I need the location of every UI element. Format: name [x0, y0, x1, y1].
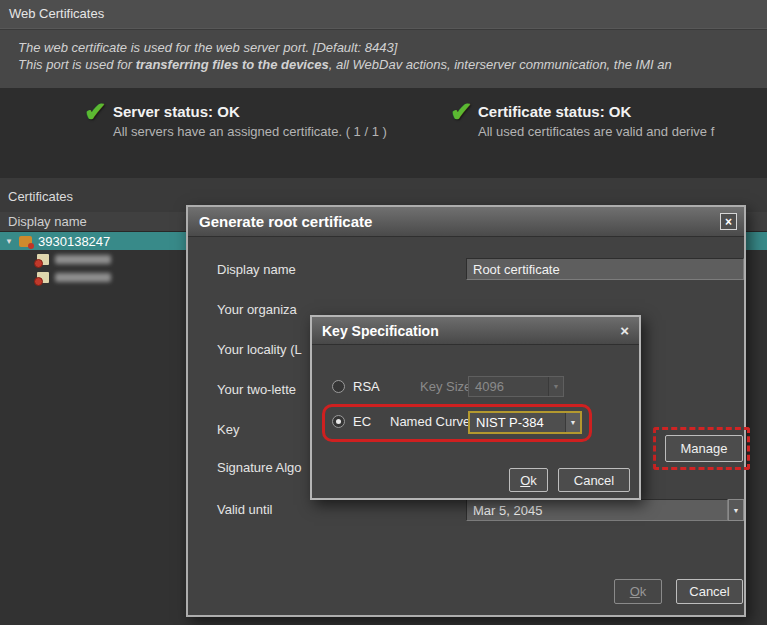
info-line-2: This port is used for transferring files…	[18, 56, 767, 73]
manage-button[interactable]: Manage	[665, 435, 743, 462]
certificate-folder-icon	[19, 236, 32, 247]
server-status-subtitle: All servers have an assigned certificate…	[113, 124, 387, 139]
key-dialog-title-bar[interactable]: Key Specification ×	[312, 317, 639, 345]
dialog-title-bar[interactable]: Generate root certificate ×	[188, 207, 744, 237]
certificates-panel-title: Certificates	[8, 189, 73, 204]
dialog-title: Generate root certificate	[199, 213, 372, 230]
close-icon[interactable]: ×	[720, 213, 737, 230]
certificate-icon	[37, 272, 49, 283]
rsa-radio[interactable]	[332, 380, 345, 393]
ec-label: EC	[353, 414, 371, 429]
dropdown-arrow-icon: ▼	[548, 377, 563, 396]
rsa-label: RSA	[353, 379, 380, 394]
ok-button[interactable]: Ok	[614, 579, 662, 604]
page-title: Web Certificates	[0, 0, 104, 28]
valid-until-input[interactable]: Mar 5, 2045	[466, 499, 728, 521]
status-band: ✔ Server status: OK All servers have an …	[0, 88, 767, 178]
locality-label: Your locality (L	[217, 342, 302, 357]
close-icon[interactable]: ×	[620, 323, 629, 338]
dropdown-arrow-icon: ▼	[733, 507, 740, 514]
valid-until-dropdown-button[interactable]: ▼	[728, 499, 744, 521]
certificate-status-title: Certificate status: OK	[478, 103, 631, 120]
server-status-check-icon: ✔	[84, 96, 107, 128]
named-curve-label: Named Curve:	[390, 414, 474, 429]
key-size-label: Key Size:	[420, 379, 475, 394]
key-dialog-cancel-button[interactable]: Cancel	[558, 468, 630, 492]
key-dialog-title: Key Specification	[322, 323, 439, 339]
key-specification-dialog: Key Specification × RSA Key Size: 4096 ▼…	[310, 315, 641, 500]
key-label: Key	[217, 422, 239, 437]
info-line-2-post: , all WebDav actions, interserver commun…	[329, 57, 672, 72]
organization-label: Your organiza	[217, 302, 297, 317]
redacted-label	[55, 273, 111, 282]
info-line-2-pre: This port is used for	[18, 57, 136, 72]
redacted-label	[55, 255, 111, 264]
valid-until-label: Valid until	[217, 502, 272, 517]
two-letter-label: Your two-lette	[217, 382, 296, 397]
certificate-icon	[37, 254, 49, 265]
expander-down-icon[interactable]: ▼	[5, 237, 16, 246]
ec-radio[interactable]	[332, 415, 345, 428]
display-name-label: Display name	[217, 262, 296, 277]
page-header: Web Certificates	[0, 0, 767, 29]
key-dialog-ok-button[interactable]: Ok	[509, 468, 548, 492]
info-banner: The web certificate is used for the web …	[0, 30, 767, 88]
certificate-status-check-icon: ✔	[450, 96, 473, 128]
named-curve-dropdown[interactable]: NIST P-384 ▼	[468, 411, 582, 434]
cancel-button[interactable]: Cancel	[676, 579, 743, 604]
server-status-title: Server status: OK	[113, 103, 240, 120]
key-size-dropdown: 4096 ▼	[468, 376, 564, 397]
tree-item-root-label: 3930138247	[38, 234, 110, 249]
signature-algorithm-label: Signature Algo	[217, 460, 302, 475]
app-window: Web Certificates The web certificate is …	[0, 0, 767, 625]
dropdown-arrow-icon: ▼	[565, 413, 580, 432]
info-line-1: The web certificate is used for the web …	[18, 39, 767, 56]
display-name-input[interactable]: Root certificate	[466, 258, 744, 280]
certificate-status-subtitle: All used certificates are valid and deri…	[478, 124, 714, 139]
display-name-column-label: Display name	[0, 212, 87, 231]
info-line-2-bold: transferring files to the devices	[136, 57, 329, 72]
